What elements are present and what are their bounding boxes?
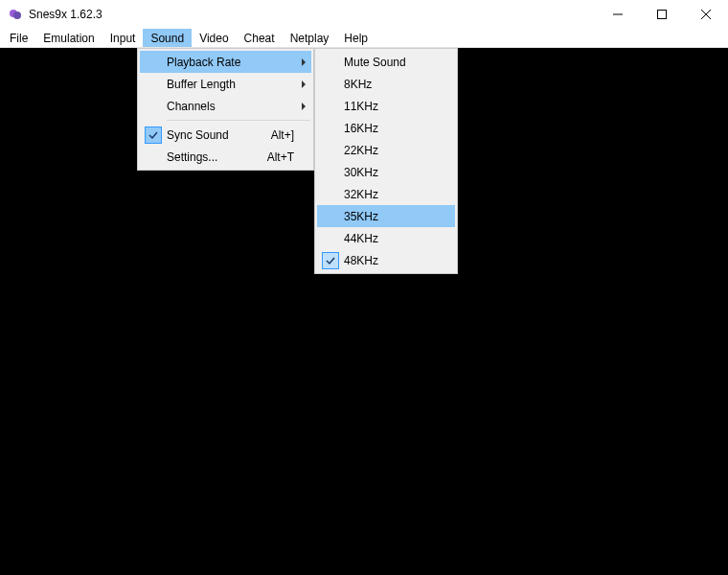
menu-label: 8KHz — [344, 78, 438, 91]
app-icon — [8, 7, 23, 22]
menu-input[interactable]: Input — [102, 29, 144, 47]
menu-cheat[interactable]: Cheat — [237, 29, 283, 47]
chevron-right-icon — [302, 58, 306, 66]
checkmark-icon — [322, 252, 339, 269]
menu-rate-8khz[interactable]: 8KHz — [317, 73, 455, 95]
minimize-button[interactable] — [596, 0, 640, 29]
menu-sync-sound[interactable]: Sync Sound Alt+] — [140, 124, 311, 146]
menu-video[interactable]: Video — [192, 29, 236, 47]
menu-label: Buffer Length — [167, 78, 294, 91]
menu-rate-32khz[interactable]: 32KHz — [317, 183, 455, 205]
svg-rect-3 — [658, 11, 667, 19]
menu-rate-44khz[interactable]: 44KHz — [317, 227, 455, 249]
menu-label: Playback Rate — [167, 56, 294, 69]
window-controls — [596, 0, 728, 29]
menu-label: 22KHz — [344, 144, 438, 157]
menu-channels[interactable]: Channels — [140, 95, 311, 117]
menu-emulation[interactable]: Emulation — [35, 29, 102, 47]
menu-rate-35khz[interactable]: 35KHz — [317, 205, 455, 227]
close-button[interactable] — [684, 0, 728, 29]
menu-label: 48KHz — [344, 254, 438, 267]
menu-shortcut: Alt+] — [271, 128, 294, 142]
menu-netplay[interactable]: Netplay — [283, 29, 337, 47]
playback-rate-dropdown: Mute Sound 8KHz 11KHz 16KHz 22KHz 30KHz … — [314, 48, 458, 274]
window-title: Snes9x 1.62.3 — [29, 8, 102, 21]
menu-label: Mute Sound — [344, 56, 438, 69]
menu-help[interactable]: Help — [336, 29, 375, 47]
menu-mute-sound[interactable]: Mute Sound — [317, 51, 455, 73]
menu-label: 44KHz — [344, 232, 438, 245]
menu-label: 35KHz — [344, 210, 438, 223]
menu-rate-30khz[interactable]: 30KHz — [317, 161, 455, 183]
svg-point-1 — [13, 12, 21, 19]
menu-rate-11khz[interactable]: 11KHz — [317, 95, 455, 117]
maximize-button[interactable] — [640, 0, 684, 29]
menu-rate-48khz[interactable]: 48KHz — [317, 249, 455, 271]
menubar: File Emulation Input Sound Video Cheat N… — [0, 29, 728, 48]
menu-settings[interactable]: Settings... Alt+T — [140, 146, 311, 168]
menu-label: 30KHz — [344, 166, 438, 179]
menu-label: Sync Sound — [167, 128, 262, 142]
menu-file[interactable]: File — [2, 29, 35, 47]
menu-label: Channels — [167, 100, 294, 113]
menu-sound[interactable]: Sound — [143, 29, 192, 47]
menu-playback-rate[interactable]: Playback Rate — [140, 51, 311, 73]
chevron-right-icon — [302, 80, 306, 88]
menu-label: 32KHz — [344, 188, 438, 201]
menu-shortcut: Alt+T — [267, 150, 294, 164]
menu-rate-22khz[interactable]: 22KHz — [317, 139, 455, 161]
menu-rate-16khz[interactable]: 16KHz — [317, 117, 455, 139]
menu-separator — [167, 120, 310, 121]
menu-label: 16KHz — [344, 122, 438, 135]
checkmark-icon — [145, 126, 162, 144]
titlebar: Snes9x 1.62.3 — [0, 0, 728, 29]
sound-dropdown: Playback Rate Buffer Length Channels Syn… — [137, 48, 314, 171]
menu-buffer-length[interactable]: Buffer Length — [140, 73, 311, 95]
menu-label: 11KHz — [344, 100, 438, 113]
chevron-right-icon — [302, 103, 306, 110]
menu-label: Settings... — [167, 150, 258, 164]
